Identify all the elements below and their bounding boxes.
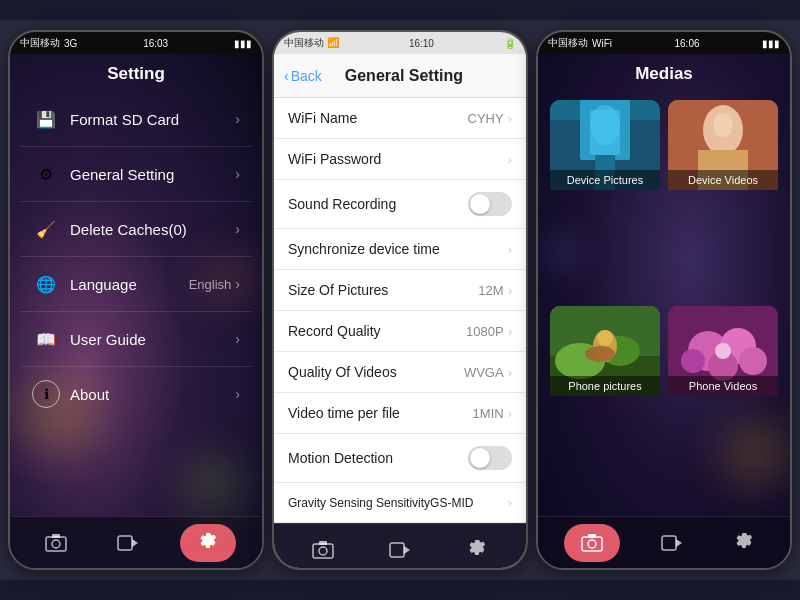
media-thumb-phone-videos[interactable]: Phone Videos [668,306,778,504]
delete-caches-label: Delete Caches(0) [70,221,235,238]
delete-caches-icon: 🧹 [32,215,60,243]
setting-wifi-password[interactable]: WiFi Password › [274,139,526,180]
svg-point-25 [597,330,613,346]
tab-settings-active[interactable] [180,524,236,562]
language-label: Language [70,276,189,293]
medias-tab-videos[interactable] [652,526,692,560]
motion-detection-label: Motion Detection [288,450,468,466]
general-setting-header: ‹ Back General Setting [274,54,526,98]
device-pictures-image: Device Pictures [550,100,660,190]
carrier-general: 中国移动 [284,37,324,48]
record-quality-label: Record Quality [288,323,466,339]
gs-tab-settings[interactable] [457,533,497,567]
language-value: English [189,277,232,292]
phone-medias: 中国移动 WiFi 16:06 ▮▮▮ Medias [536,30,792,570]
screens-container: 中国移动 3G 16:03 ▮▮▮ Setting 💾 Format SD Ca… [0,20,800,580]
svg-rect-2 [52,534,60,538]
battery-general: 🔋 [504,38,516,49]
device-videos-image: Device Videos [668,100,778,190]
medias-tab-settings[interactable] [724,526,764,560]
setting-wifi-name[interactable]: WiFi Name CYHY › [274,98,526,139]
medias-tab-bar [538,516,790,568]
setting-sound-recording[interactable]: Sound Recording [274,180,526,229]
general-setting-icon: ⚙ [32,160,60,188]
time-medias: 16:06 [674,38,699,49]
general-setting-title: General Setting [322,67,486,85]
general-settings-list: WiFi Name CYHY › WiFi Password › Sound R… [274,98,526,523]
phone-general-setting: 中国移动 📶 16:10 🔋 ‹ Back General Setting Wi… [272,30,528,570]
general-setting-chevron: › [235,166,240,182]
quality-videos-value: WVGA [464,365,504,380]
media-grid: Device Pictures Device Videos [538,96,790,516]
setting-size-pictures[interactable]: Size Of Pictures 12M › [274,270,526,311]
medias-screen: Medias Device Pictures [538,54,790,568]
status-bar-settings: 中国移动 3G 16:03 ▮▮▮ [10,32,262,54]
svg-point-35 [588,540,596,548]
media-thumb-device-pictures[interactable]: Device Pictures [550,100,660,298]
video-time-label: Video time per file [288,405,473,421]
tab-photos[interactable] [36,526,76,560]
gravity-sensing-chevron: › [508,495,512,510]
status-bar-medias: 中国移动 WiFi 16:06 ▮▮▮ [538,32,790,54]
media-thumb-device-videos[interactable]: Device Videos [668,100,778,298]
menu-item-language[interactable]: 🌐 Language English › [20,257,252,312]
wifi-password-label: WiFi Password [288,151,508,167]
gravity-sensing-label: Gravity Sensing SensitivityGS-MID [288,496,508,510]
setting-quality-videos[interactable]: Quality Of Videos WVGA › [274,352,526,393]
svg-point-26 [585,346,615,362]
medias-tab-photos-active[interactable] [564,524,620,562]
setting-sync-time[interactable]: Synchronize device time › [274,229,526,270]
settings-screen: Setting 💾 Format SD Card › ⚙ General Set… [10,54,262,568]
svg-rect-7 [319,541,327,545]
svg-marker-9 [404,546,410,554]
menu-item-general-setting[interactable]: ⚙ General Setting › [20,147,252,202]
setting-record-quality[interactable]: Record Quality 1080P › [274,311,526,352]
menu-item-format-sd[interactable]: 💾 Format SD Card › [20,92,252,147]
language-chevron: › [235,276,240,292]
menu-item-user-guide[interactable]: 📖 User Guide › [20,312,252,367]
network-settings: 3G [64,38,77,49]
back-button[interactable]: ‹ Back [284,68,322,84]
media-thumb-phone-pictures[interactable]: Phone pictures [550,306,660,504]
menu-item-delete-caches[interactable]: 🧹 Delete Caches(0) › [20,202,252,257]
user-guide-label: User Guide [70,331,235,348]
setting-video-time[interactable]: Video time per file 1MIN › [274,393,526,434]
battery-settings: ▮▮▮ [234,38,252,49]
menu-item-about[interactable]: ℹ About › [20,367,252,421]
svg-rect-3 [118,536,132,550]
wifi-password-chevron: › [508,152,512,167]
settings-tab-bar [10,516,262,568]
delete-caches-chevron: › [235,221,240,237]
size-pictures-label: Size Of Pictures [288,282,478,298]
about-chevron: › [235,386,240,402]
motion-detection-toggle[interactable] [468,446,512,470]
phone-settings: 中国移动 3G 16:03 ▮▮▮ Setting 💾 Format SD Ca… [8,30,264,570]
carrier-medias: 中国移动 [548,36,588,50]
svg-rect-0 [46,537,66,551]
sync-time-chevron: › [508,242,512,257]
svg-point-6 [319,547,327,555]
language-icon: 🌐 [32,270,60,298]
svg-rect-34 [582,537,602,551]
tab-videos[interactable] [108,526,148,560]
gs-tab-videos[interactable] [380,533,420,567]
wifi-name-chevron: › [508,111,512,126]
svg-marker-38 [676,539,682,547]
setting-gravity-sensing[interactable]: Gravity Sensing SensitivityGS-MID › [274,483,526,523]
gs-tab-photos[interactable] [303,533,343,567]
record-quality-value: 1080P [466,324,504,339]
medias-title: Medias [538,54,790,96]
svg-rect-37 [662,536,676,550]
network-general: 📶 [327,37,339,48]
quality-videos-label: Quality Of Videos [288,364,464,380]
format-sd-label: Format SD Card [70,111,235,128]
sound-recording-toggle[interactable] [468,192,512,216]
device-videos-label: Device Videos [668,170,778,190]
svg-rect-5 [313,544,333,558]
quality-videos-chevron: › [508,365,512,380]
svg-point-15 [590,105,620,145]
setting-motion-detection[interactable]: Motion Detection [274,434,526,483]
svg-point-1 [52,540,60,548]
motion-detection-knob [470,448,490,468]
svg-point-19 [713,113,733,137]
